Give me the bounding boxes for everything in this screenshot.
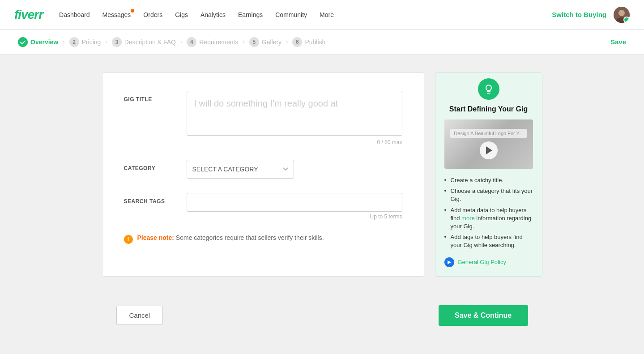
breadcrumb-step-requirements[interactable]: 4 Requirements [187, 37, 238, 47]
search-tags-row: SEARCH TAGS Up to 5 terms [124, 193, 402, 220]
breadcrumb-step-overview[interactable]: Overview [18, 37, 58, 47]
category-field-wrap: SELECT A CATEGORY Graphics & Design Digi… [187, 160, 402, 179]
panel-video[interactable]: Design A Beautiful Logo For Y... [444, 119, 533, 169]
video-bg: Design A Beautiful Logo For Y... [444, 119, 533, 169]
play-triangle-icon [486, 146, 492, 154]
breadcrumb-step-pricing[interactable]: 2 Pricing [69, 37, 101, 47]
tags-input[interactable] [187, 193, 402, 212]
note-icon: i [124, 235, 133, 244]
sidebar-panel: Start Defining Your Gig Design A Beautif… [435, 73, 542, 277]
tags-hint: Up to 5 terms [187, 213, 402, 220]
gig-title-label: GIG TITLE [124, 91, 187, 102]
bullet-1: Create a catchy title. [444, 175, 533, 186]
panel-bullets: Create a catchy title. Choose a category… [444, 175, 533, 251]
step-num-5: 5 [249, 37, 259, 47]
sep-5: › [286, 38, 288, 45]
bullet-4: Add tags to help buyers find your Gig wh… [444, 232, 533, 251]
breadcrumb-step-description[interactable]: 3 Description & FAQ [112, 37, 176, 47]
bullet-2: Choose a category that fits your Gig. [444, 186, 533, 205]
nav-earnings[interactable]: Earnings [238, 11, 263, 18]
save-button[interactable]: Save [610, 38, 626, 46]
step-overview-label: Overview [30, 38, 58, 46]
bottom-bar: Cancel Save & Continue [98, 294, 546, 337]
sep-2: › [105, 38, 107, 45]
nav-community[interactable]: Community [275, 11, 307, 18]
step-requirements-label: Requirements [199, 38, 238, 46]
note-row: i Please note: Some categories require t… [124, 234, 402, 244]
tags-field-wrap: Up to 5 terms [187, 193, 402, 220]
policy-link[interactable]: ▶ General Gig Policy [444, 257, 533, 267]
note-text: Please note: Some categories require tha… [137, 234, 324, 241]
breadcrumb-step-publish[interactable]: 6 Publish [292, 37, 325, 47]
step-pricing-label: Pricing [82, 38, 101, 46]
logo: fiverr [14, 8, 43, 22]
play-button[interactable] [480, 141, 498, 159]
svg-point-1 [618, 10, 625, 16]
bullet-3: Add meta data to help buyers find more i… [444, 205, 533, 232]
panel-icon-wrap [444, 78, 533, 100]
sidebar-panel-inner: Start Defining Your Gig Design A Beautif… [435, 73, 542, 276]
note-body: Some categories require that sellers ver… [174, 234, 324, 241]
step-num-4: 4 [187, 37, 196, 47]
cancel-button[interactable]: Cancel [116, 306, 163, 325]
save-continue-button[interactable]: Save & Continue [439, 305, 528, 326]
nav-more[interactable]: More [320, 11, 334, 18]
sep-3: › [180, 38, 182, 45]
step-gallery-label: Gallery [262, 38, 281, 46]
note-bold: Please note: [137, 234, 174, 241]
policy-link-label: General Gig Policy [458, 259, 506, 265]
sep-1: › [63, 38, 64, 45]
nav-analytics[interactable]: Analytics [200, 11, 226, 18]
overview-step-icon [18, 37, 28, 47]
sep-4: › [243, 38, 244, 45]
gig-title-input[interactable] [187, 91, 402, 136]
category-row: CATEGORY SELECT A CATEGORY Graphics & De… [124, 160, 402, 179]
step-description-label: Description & FAQ [124, 38, 176, 46]
panel-title: Start Defining Your Gig [444, 105, 533, 113]
breadcrumb-step-gallery[interactable]: 5 Gallery [249, 37, 281, 47]
category-label: CATEGORY [124, 160, 187, 171]
navbar: fiverr Dashboard Messages Orders Gigs An… [0, 0, 644, 30]
step-num-2: 2 [69, 37, 79, 47]
lightbulb-icon [478, 78, 499, 100]
char-count: 0 / 80 max [187, 139, 402, 145]
avatar[interactable] [614, 7, 630, 23]
step-publish-label: Publish [305, 38, 325, 46]
nav-links: Dashboard Messages Orders Gigs Analytics… [59, 11, 552, 18]
nav-orders[interactable]: Orders [143, 11, 162, 18]
category-select[interactable]: SELECT A CATEGORY Graphics & Design Digi… [187, 160, 294, 179]
step-num-3: 3 [112, 37, 122, 47]
nav-gigs[interactable]: Gigs [175, 11, 188, 18]
step-num-6: 6 [292, 37, 302, 47]
nav-messages[interactable]: Messages [102, 11, 131, 18]
more-link[interactable]: more [461, 215, 475, 222]
gig-title-row: GIG TITLE 0 / 80 max [124, 91, 402, 145]
form-card: GIG TITLE 0 / 80 max CATEGORY SELECT A C… [102, 73, 424, 277]
navbar-right: Switch to Buying [552, 7, 630, 23]
search-tags-label: SEARCH TAGS [124, 193, 187, 205]
switch-to-buying-button[interactable]: Switch to Buying [552, 11, 606, 18]
gig-title-field-wrap: 0 / 80 max [187, 91, 402, 145]
main-content: GIG TITLE 0 / 80 max CATEGORY SELECT A C… [0, 55, 644, 294]
breadcrumb-bar: Overview › 2 Pricing › 3 Description & F… [0, 30, 644, 55]
policy-icon: ▶ [444, 257, 454, 267]
nav-dashboard[interactable]: Dashboard [59, 11, 90, 18]
breadcrumb-steps: Overview › 2 Pricing › 3 Description & F… [18, 37, 325, 47]
messages-badge [131, 9, 134, 13]
